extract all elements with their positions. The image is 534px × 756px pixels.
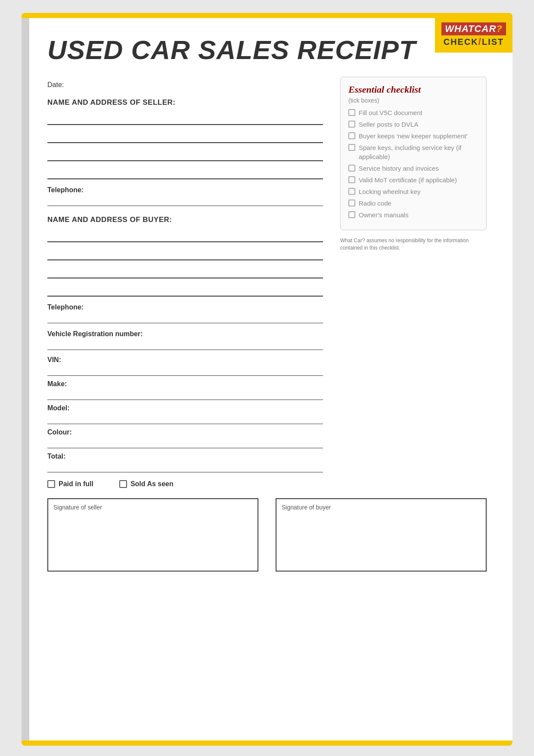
paid-in-full-item[interactable]: Paid in full — [47, 480, 93, 488]
colour-field — [47, 439, 323, 448]
make-field — [47, 390, 323, 400]
checklist-logo: CHECK/LIST — [441, 36, 506, 47]
checklist-item-2[interactable]: Buyer keeps 'new keeper supplement' — [348, 131, 478, 141]
checkbox-7[interactable] — [348, 200, 355, 206]
checklist-subtitle: (tick boxes) — [348, 97, 478, 104]
checkbox-5[interactable] — [348, 176, 355, 183]
date-label: Date: — [47, 81, 323, 89]
checkbox-1[interactable] — [348, 121, 355, 128]
model-label: Model: — [47, 404, 323, 412]
page: WHATCAR? CHECK/LIST USED CAR SALES RECEI… — [22, 13, 512, 746]
right-column: Essential checklist (tick boxes) Fill ou… — [340, 77, 487, 252]
checklist-item-7[interactable]: Radio code — [348, 199, 478, 208]
buyer-telephone-field — [47, 314, 323, 323]
buyer-address-line-3 — [47, 266, 323, 278]
checkbox-0[interactable] — [348, 109, 355, 116]
checklist-item-text-7: Radio code — [359, 199, 391, 208]
buyer-signature-box: Signature of buyer — [276, 498, 487, 572]
seller-telephone-label: Telephone: — [47, 186, 323, 194]
buyer-label: NAME AND ADDRESS OF BUYER: — [47, 216, 323, 224]
make-label: Make: — [47, 380, 323, 388]
colour-label: Colour: — [47, 428, 323, 436]
checklist-item-text-3: Spare keys, including service key (if ap… — [359, 143, 478, 161]
checkbox-6[interactable] — [348, 188, 355, 195]
seller-address-line-2 — [47, 131, 323, 143]
question-mark: ? — [496, 23, 502, 34]
checklist-item-text-6: Locking wheelnut key — [359, 187, 420, 196]
checklist-item-6[interactable]: Locking wheelnut key — [348, 187, 478, 196]
buyer-address-line-1 — [47, 230, 323, 242]
sold-as-seen-checkbox[interactable] — [119, 480, 127, 488]
buyer-address-line-4 — [47, 284, 323, 297]
paid-in-full-label: Paid in full — [59, 480, 93, 488]
vehicle-registration-field — [47, 341, 323, 350]
paid-in-full-checkbox[interactable] — [47, 480, 55, 488]
checkbox-4[interactable] — [348, 165, 355, 172]
buyer-telephone-label: Telephone: — [47, 303, 323, 311]
checklist-item-text-5: Valid MoT certificate (if applicable) — [359, 175, 457, 184]
disclaimer: What Car? assumes no responsibility for … — [340, 237, 487, 252]
sold-as-seen-label: Sold As seen — [130, 480, 174, 488]
checklist-item-1[interactable]: Seller posts to DVLA — [348, 120, 478, 129]
payment-row: Paid in full Sold As seen — [47, 480, 323, 488]
vehicle-registration-label: Vehicle Registration number: — [47, 330, 323, 338]
bottom-accent — [22, 740, 512, 746]
whatcar-logo: WHATCAR? — [441, 22, 506, 35]
total-field — [47, 463, 323, 472]
checklist-item-text-1: Seller posts to DVLA — [359, 120, 418, 129]
content-area: Date: NAME AND ADDRESS OF SELLER: Teleph… — [47, 77, 487, 488]
checklist-item-8[interactable]: Owner's manuals — [348, 210, 478, 219]
seller-address-line-4 — [47, 167, 323, 179]
slash-icon: / — [478, 36, 482, 47]
checklist-item-5[interactable]: Valid MoT certificate (if applicable) — [348, 175, 478, 184]
seller-address-line-1 — [47, 113, 323, 125]
checklist-item-text-0: Fill out V5C document — [359, 108, 422, 117]
model-field — [47, 415, 323, 424]
checkbox-8[interactable] — [348, 211, 355, 218]
seller-telephone-field — [47, 197, 323, 206]
signatures-row: Signature of seller Signature of buyer — [47, 498, 487, 572]
page-title: USED CAR SALES RECEIPT — [47, 35, 487, 65]
buyer-address-line-2 — [47, 248, 323, 260]
seller-signature-label: Signature of seller — [53, 504, 102, 511]
seller-label: NAME AND ADDRESS OF SELLER: — [47, 98, 323, 107]
checklist-item-text-2: Buyer keeps 'new keeper supplement' — [359, 131, 468, 141]
seller-signature-box: Signature of seller — [47, 498, 258, 572]
vin-label: VIN: — [47, 356, 323, 364]
checklist-item-4[interactable]: Service history and invoices — [348, 164, 478, 173]
vin-field — [47, 366, 323, 376]
checklist-box: Essential checklist (tick boxes) Fill ou… — [340, 77, 487, 230]
left-column: Date: NAME AND ADDRESS OF SELLER: Teleph… — [47, 77, 323, 488]
checkbox-2[interactable] — [348, 132, 355, 139]
checkbox-3[interactable] — [348, 144, 355, 151]
buyer-signature-label: Signature of buyer — [282, 504, 331, 511]
checklist-item-text-4: Service history and invoices — [359, 164, 439, 173]
checklist-item-3[interactable]: Spare keys, including service key (if ap… — [348, 143, 478, 161]
logo-container: WHATCAR? CHECK/LIST — [435, 18, 512, 53]
sold-as-seen-item[interactable]: Sold As seen — [119, 480, 174, 488]
total-label: Total: — [47, 453, 323, 460]
seller-address-line-3 — [47, 149, 323, 161]
checklist-item-0[interactable]: Fill out V5C document — [348, 108, 478, 117]
checklist-item-text-8: Owner's manuals — [359, 210, 408, 219]
checklist-title: Essential checklist — [348, 84, 478, 95]
